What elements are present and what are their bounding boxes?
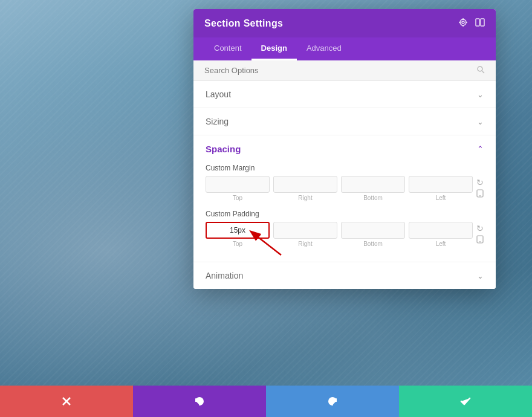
margin-top-label: Top [233, 195, 242, 201]
margin-left-wrap: Left [409, 176, 473, 201]
padding-left-input[interactable] [409, 222, 473, 239]
padding-right-wrap: Right [273, 222, 337, 247]
margin-reset-icon[interactable]: ↻ [476, 178, 484, 187]
padding-left-wrap: Left [409, 222, 473, 247]
padding-reset-icon[interactable]: ↻ [476, 224, 484, 233]
svg-line-9 [482, 71, 485, 74]
tab-content[interactable]: Content [204, 37, 251, 60]
panel-header: Section Settings [193, 9, 496, 37]
columns-icon[interactable] [475, 18, 485, 29]
redo-button[interactable] [266, 386, 399, 417]
animation-label: Animation [206, 271, 243, 280]
panel-body: Layout ⌄ Sizing ⌄ Spacing ⌃ Custom Margi… [193, 81, 496, 289]
margin-actions: ↻ [476, 178, 484, 199]
panel-header-icons [458, 18, 485, 29]
custom-padding-label: Custom Padding [206, 210, 484, 218]
padding-bottom-wrap: Bottom [341, 222, 405, 247]
spacing-section: Spacing ⌃ Custom Margin Top Right [193, 135, 496, 262]
panel-title: Section Settings [204, 18, 283, 29]
padding-right-label: Right [298, 241, 312, 247]
search-bar [193, 60, 496, 81]
animation-section-row[interactable]: Animation ⌄ [193, 262, 496, 289]
padding-actions: ↻ [476, 224, 484, 245]
save-button[interactable] [399, 386, 532, 417]
margin-right-label: Right [298, 195, 312, 201]
padding-top-label: Top [233, 241, 242, 247]
padding-field-row: Top Right Bottom Left ↻ [206, 222, 484, 247]
panel-tabs: Content Design Advanced [193, 37, 496, 60]
svg-rect-7 [481, 19, 484, 26]
spacing-chevron: ⌃ [477, 144, 484, 154]
search-input[interactable] [204, 66, 476, 75]
bottom-bar [0, 386, 532, 417]
cancel-button[interactable] [0, 386, 133, 417]
margin-field-row: Top Right Bottom Left ↻ [206, 176, 484, 201]
padding-bottom-input[interactable] [341, 222, 405, 239]
margin-device-icon[interactable] [476, 189, 484, 199]
target-icon[interactable] [458, 18, 468, 29]
padding-top-input[interactable] [206, 222, 270, 239]
sizing-label: Sizing [206, 117, 229, 126]
margin-bottom-label: Bottom [363, 195, 383, 201]
custom-margin-label: Custom Margin [206, 164, 484, 172]
margin-top-wrap: Top [206, 176, 270, 201]
reset-button[interactable] [133, 386, 266, 417]
margin-left-label: Left [436, 195, 446, 201]
sizing-chevron: ⌄ [477, 117, 484, 126]
svg-point-0 [460, 19, 466, 25]
animation-chevron: ⌄ [477, 271, 484, 280]
spacing-title: Spacing [206, 144, 241, 154]
svg-point-1 [462, 21, 464, 24]
margin-bottom-input[interactable] [341, 176, 405, 193]
svg-point-8 [478, 66, 482, 71]
margin-top-input[interactable] [206, 176, 270, 193]
padding-top-wrap: Top [206, 222, 270, 247]
margin-right-wrap: Right [273, 176, 337, 201]
padding-left-label: Left [436, 241, 446, 247]
spacing-section-header[interactable]: Spacing ⌃ [206, 144, 484, 154]
margin-right-input[interactable] [273, 176, 337, 193]
custom-padding-group: Custom Padding Top Right Bottom [206, 210, 484, 247]
section-settings-panel: Section Settings [193, 9, 496, 289]
margin-left-input[interactable] [409, 176, 473, 193]
search-icon [476, 65, 485, 76]
sizing-section-row[interactable]: Sizing ⌄ [193, 108, 496, 135]
padding-device-icon[interactable] [476, 235, 484, 245]
layout-section-row[interactable]: Layout ⌄ [193, 81, 496, 108]
tab-advanced[interactable]: Advanced [297, 37, 351, 60]
tab-design[interactable]: Design [251, 37, 297, 60]
padding-bottom-label: Bottom [363, 241, 383, 247]
layout-chevron: ⌄ [477, 90, 484, 99]
margin-bottom-wrap: Bottom [341, 176, 405, 201]
layout-label: Layout [206, 89, 231, 99]
custom-margin-group: Custom Margin Top Right Bottom [206, 164, 484, 201]
padding-right-input[interactable] [273, 222, 337, 239]
svg-rect-6 [476, 19, 479, 26]
